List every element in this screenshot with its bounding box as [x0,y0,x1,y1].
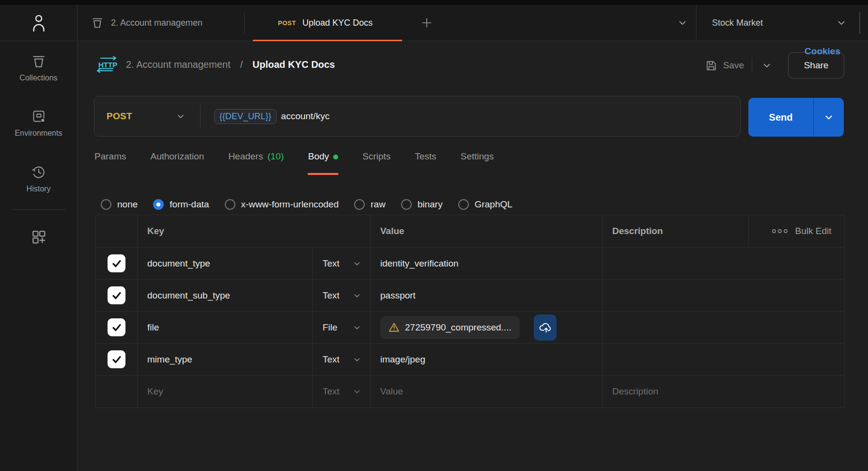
row-checkbox[interactable] [96,280,138,311]
body-modified-dot [333,155,338,159]
tab-authorization[interactable]: Authorization [150,146,204,167]
chevron-down-icon [353,355,361,364]
row-checkbox[interactable] [96,344,138,375]
sidebar-divider [12,209,65,210]
type-dropdown[interactable]: Text [313,280,371,311]
cookies-link[interactable]: Cookies [805,46,840,57]
table-row: document_type Text identity_verification [96,248,844,280]
tab-settings[interactable]: Settings [460,146,495,167]
tab-bar: 2. Account managemen POST Upload KYC Doc… [0,5,868,41]
table-row: file File [96,312,844,344]
description-cell[interactable] [603,248,844,279]
type-dropdown[interactable]: Text [313,344,371,375]
radio-form-data-label: form-data [170,199,209,210]
chevron-down-icon [761,60,772,71]
environment-selector[interactable]: Stock Market [697,5,868,41]
radio-raw-label: raw [371,199,386,210]
row-checkbox[interactable] [96,248,138,279]
type-label: Text [323,258,340,269]
tab-request-active[interactable]: POST Upload KYC Docs [245,5,406,41]
radio-selected-icon [153,199,164,210]
save-button[interactable]: Save [705,59,744,72]
type-dropdown[interactable]: Text [313,248,371,279]
value-cell[interactable]: image/jpeg [371,344,603,375]
type-dropdown[interactable]: Text [313,376,371,408]
key-cell[interactable]: document_sub_type [138,280,313,311]
chevron-down-icon [836,17,847,28]
radio-none-label: none [117,199,138,210]
description-cell[interactable] [603,312,844,343]
url-input[interactable]: {{DEV_URL}} account/kyc [201,109,329,124]
chevron-down-icon [353,387,361,396]
type-dropdown[interactable]: File [313,312,371,343]
sidebar-item-history[interactable]: History [0,165,77,193]
tab-scripts[interactable]: Scripts [362,146,391,167]
chevron-down-icon [353,259,361,268]
description-cell[interactable] [603,344,844,375]
send-button[interactable]: Send [748,98,814,137]
save-options-button[interactable] [760,60,774,71]
key-cell[interactable]: mime_type [138,344,313,375]
request-tab-strip: Params Authorization Headers (10) Body S… [94,146,868,176]
breadcrumb: HTTP 2. Account management / Upload KYC … [95,56,335,73]
tab-collection[interactable]: 2. Account managemen [78,5,244,41]
checkbox-checked-icon [108,350,125,368]
tab-tests[interactable]: Tests [414,146,436,167]
environment-panel-edge [859,12,860,34]
value-cell[interactable]: identity_verification [371,248,603,279]
table-row: mime_type Text image/jpeg [96,344,844,376]
url-path-text: account/kyc [281,111,329,122]
checkbox-checked-icon [108,254,125,272]
send-options-button[interactable] [814,98,844,137]
new-tab-button[interactable] [412,5,442,41]
key-cell[interactable]: document_type [138,248,313,279]
select-all-column [96,215,138,247]
tab-scripts-label: Scripts [362,151,390,162]
sidebar-more-tools-button[interactable] [0,229,77,245]
bulk-edit-button[interactable]: Bulk Edit [749,215,844,247]
tab-body[interactable]: Body [308,146,339,167]
file-chip[interactable]: 27259790_compressed.... [380,316,520,339]
sidebar-item-collections[interactable]: Collections [0,55,77,82]
headers-count-badge: (10) [267,151,284,162]
body-mode-options: none form-data x-www-form-urlencoded raw… [101,199,512,210]
sidebar-item-environments[interactable]: Environments [0,109,77,138]
radio-x-www-form-urlencoded[interactable]: x-www-form-urlencoded [225,199,339,210]
type-label: Text [323,386,340,397]
description-cell-placeholder[interactable]: Description [603,376,844,408]
tab-headers[interactable]: Headers (10) [228,146,284,167]
tab-params[interactable]: Params [94,146,126,167]
tab-list-dropdown[interactable] [669,5,696,41]
method-label: POST [107,111,132,122]
radio-graphql[interactable]: GraphQL [458,199,512,210]
send-button-group: Send [748,98,844,137]
grid-plus-icon [31,229,46,245]
table-header-row: Key Value Description Bulk Edit [96,215,844,248]
send-button-label: Send [769,112,793,123]
breadcrumb-separator: / [240,59,243,70]
save-icon [705,59,718,72]
ellipsis-circles-icon [772,228,788,234]
breadcrumb-request-title: Upload KYC Docs [252,59,335,70]
chevron-down-icon [353,323,361,332]
row-checkbox[interactable] [96,312,138,343]
radio-none[interactable]: none [101,199,138,210]
key-cell-placeholder[interactable]: Key [138,376,313,408]
history-icon [31,165,46,179]
environment-name: Stock Market [712,18,836,28]
url-environment-variable[interactable]: {{DEV_URL}} [214,109,277,124]
radio-urlencoded-label: x-www-form-urlencoded [241,199,339,210]
radio-raw[interactable]: raw [354,199,386,210]
radio-binary[interactable]: binary [401,199,443,210]
account-button[interactable] [0,5,78,41]
description-cell[interactable] [603,280,844,311]
table-row: document_sub_type Text passport [96,280,844,312]
tab-body-label: Body [308,151,329,162]
value-cell[interactable]: passport [371,280,603,311]
method-dropdown[interactable]: POST [94,96,200,136]
sidebar-item-label: History [27,185,51,193]
radio-form-data[interactable]: form-data [153,199,209,210]
value-cell-placeholder[interactable]: Value [371,376,603,408]
key-cell[interactable]: file [138,312,313,343]
upload-file-button[interactable] [534,314,557,341]
